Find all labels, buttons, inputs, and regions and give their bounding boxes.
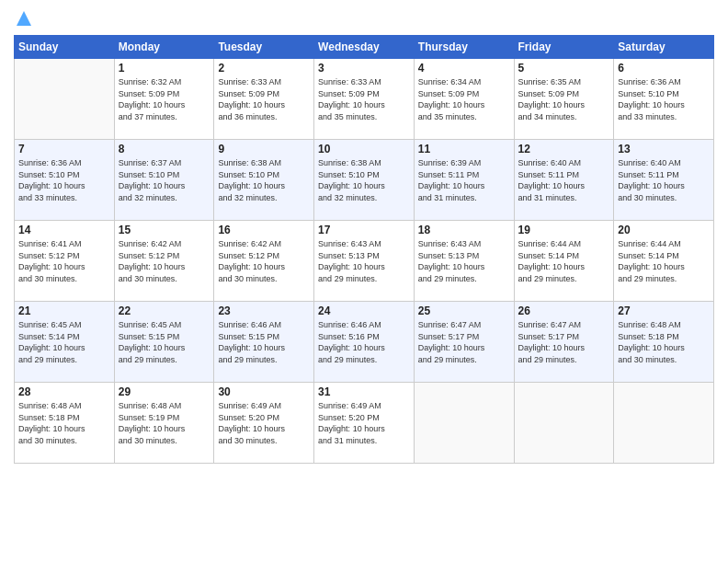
calendar-week-row: 21Sunrise: 6:45 AMSunset: 5:14 PMDayligh…	[15, 302, 714, 383]
day-info: Sunrise: 6:33 AMSunset: 5:09 PMDaylight:…	[218, 76, 310, 122]
day-number: 13	[618, 143, 710, 155]
day-number: 15	[119, 224, 210, 236]
day-info: Sunrise: 6:47 AMSunset: 5:17 PMDaylight:…	[518, 319, 610, 365]
day-info: Sunrise: 6:39 AMSunset: 5:11 PMDaylight:…	[418, 157, 510, 203]
day-header-saturday: Saturday	[614, 36, 714, 59]
calendar-cell: 18Sunrise: 6:43 AMSunset: 5:13 PMDayligh…	[414, 221, 514, 302]
day-number: 18	[418, 224, 510, 236]
day-header-tuesday: Tuesday	[214, 36, 314, 59]
day-info: Sunrise: 6:44 AMSunset: 5:14 PMDaylight:…	[618, 238, 710, 284]
calendar-cell: 23Sunrise: 6:46 AMSunset: 5:15 PMDayligh…	[214, 302, 314, 383]
calendar-cell: 15Sunrise: 6:42 AMSunset: 5:12 PMDayligh…	[114, 221, 214, 302]
day-info: Sunrise: 6:33 AMSunset: 5:09 PMDaylight:…	[318, 76, 410, 122]
day-info: Sunrise: 6:42 AMSunset: 5:12 PMDaylight:…	[119, 238, 210, 284]
calendar-cell: 19Sunrise: 6:44 AMSunset: 5:14 PMDayligh…	[514, 221, 614, 302]
day-info: Sunrise: 6:49 AMSunset: 5:20 PMDaylight:…	[218, 400, 310, 446]
calendar-cell: 4Sunrise: 6:34 AMSunset: 5:09 PMDaylight…	[414, 59, 514, 140]
day-number: 30	[218, 385, 310, 398]
calendar-week-row: 1Sunrise: 6:32 AMSunset: 5:09 PMDaylight…	[15, 59, 714, 140]
calendar-cell: 20Sunrise: 6:44 AMSunset: 5:14 PMDayligh…	[614, 221, 714, 302]
calendar-cell: 3Sunrise: 6:33 AMSunset: 5:09 PMDaylight…	[314, 59, 415, 140]
calendar-week-row: 28Sunrise: 6:48 AMSunset: 5:18 PMDayligh…	[15, 383, 714, 464]
calendar-week-row: 14Sunrise: 6:41 AMSunset: 5:12 PMDayligh…	[15, 221, 714, 302]
day-number: 12	[518, 143, 610, 155]
day-info: Sunrise: 6:47 AMSunset: 5:17 PMDaylight:…	[418, 319, 510, 365]
calendar-cell	[514, 383, 614, 464]
calendar-cell: 14Sunrise: 6:41 AMSunset: 5:12 PMDayligh…	[15, 221, 115, 302]
day-info: Sunrise: 6:36 AMSunset: 5:10 PMDaylight:…	[618, 76, 710, 122]
day-number: 8	[119, 143, 210, 155]
calendar-cell: 5Sunrise: 6:35 AMSunset: 5:09 PMDaylight…	[514, 59, 614, 140]
day-info: Sunrise: 6:42 AMSunset: 5:12 PMDaylight:…	[218, 238, 310, 284]
calendar-cell: 26Sunrise: 6:47 AMSunset: 5:17 PMDayligh…	[514, 302, 614, 383]
calendar-cell: 10Sunrise: 6:38 AMSunset: 5:10 PMDayligh…	[314, 140, 415, 221]
day-number: 6	[618, 62, 710, 75]
calendar-cell: 13Sunrise: 6:40 AMSunset: 5:11 PMDayligh…	[614, 140, 714, 221]
calendar-cell: 28Sunrise: 6:48 AMSunset: 5:18 PMDayligh…	[15, 383, 115, 464]
day-number: 24	[318, 304, 410, 317]
calendar-cell: 16Sunrise: 6:42 AMSunset: 5:12 PMDayligh…	[214, 221, 314, 302]
day-info: Sunrise: 6:40 AMSunset: 5:11 PMDaylight:…	[518, 157, 610, 203]
day-header-thursday: Thursday	[414, 36, 514, 59]
calendar-cell: 27Sunrise: 6:48 AMSunset: 5:18 PMDayligh…	[614, 302, 714, 383]
day-info: Sunrise: 6:35 AMSunset: 5:09 PMDaylight:…	[518, 76, 610, 122]
calendar-cell: 25Sunrise: 6:47 AMSunset: 5:17 PMDayligh…	[414, 302, 514, 383]
day-number: 7	[18, 143, 110, 155]
day-info: Sunrise: 6:38 AMSunset: 5:10 PMDaylight:…	[218, 157, 310, 203]
calendar-header-row: SundayMondayTuesdayWednesdayThursdayFrid…	[15, 36, 714, 59]
calendar-cell	[414, 383, 514, 464]
day-number: 14	[18, 224, 110, 236]
day-info: Sunrise: 6:43 AMSunset: 5:13 PMDaylight:…	[418, 238, 510, 284]
day-number: 22	[119, 304, 210, 317]
day-header-sunday: Sunday	[15, 36, 115, 59]
calendar-week-row: 7Sunrise: 6:36 AMSunset: 5:10 PMDaylight…	[15, 140, 714, 221]
day-number: 25	[418, 304, 510, 317]
day-header-friday: Friday	[514, 36, 614, 59]
day-number: 17	[318, 224, 410, 236]
day-info: Sunrise: 6:41 AMSunset: 5:12 PMDaylight:…	[18, 238, 110, 284]
calendar-cell: 11Sunrise: 6:39 AMSunset: 5:11 PMDayligh…	[414, 140, 514, 221]
day-number: 20	[618, 224, 710, 236]
svg-marker-0	[17, 11, 31, 26]
calendar-cell: 22Sunrise: 6:45 AMSunset: 5:15 PMDayligh…	[114, 302, 214, 383]
day-info: Sunrise: 6:40 AMSunset: 5:11 PMDaylight:…	[618, 157, 710, 203]
calendar-table: SundayMondayTuesdayWednesdayThursdayFrid…	[14, 35, 714, 464]
day-number: 19	[518, 224, 610, 236]
day-number: 29	[119, 385, 210, 398]
day-header-wednesday: Wednesday	[314, 36, 415, 59]
calendar-cell: 30Sunrise: 6:49 AMSunset: 5:20 PMDayligh…	[214, 383, 314, 464]
day-info: Sunrise: 6:45 AMSunset: 5:15 PMDaylight:…	[119, 319, 210, 365]
calendar-page: SundayMondayTuesdayWednesdayThursdayFrid…	[0, 0, 728, 563]
day-number: 27	[618, 304, 710, 317]
calendar-cell: 7Sunrise: 6:36 AMSunset: 5:10 PMDaylight…	[15, 140, 115, 221]
day-info: Sunrise: 6:34 AMSunset: 5:09 PMDaylight:…	[418, 76, 510, 122]
day-number: 4	[418, 62, 510, 75]
calendar-cell: 2Sunrise: 6:33 AMSunset: 5:09 PMDaylight…	[214, 59, 314, 140]
day-info: Sunrise: 6:46 AMSunset: 5:15 PMDaylight:…	[218, 319, 310, 365]
day-info: Sunrise: 6:48 AMSunset: 5:18 PMDaylight:…	[618, 319, 710, 365]
day-number: 11	[418, 143, 510, 155]
day-info: Sunrise: 6:36 AMSunset: 5:10 PMDaylight:…	[18, 157, 110, 203]
calendar-cell: 9Sunrise: 6:38 AMSunset: 5:10 PMDaylight…	[214, 140, 314, 221]
day-info: Sunrise: 6:49 AMSunset: 5:20 PMDaylight:…	[318, 400, 410, 446]
day-number: 28	[18, 385, 110, 398]
day-number: 2	[218, 62, 310, 75]
logo-icon	[15, 9, 33, 28]
day-number: 10	[318, 143, 410, 155]
day-number: 1	[119, 62, 210, 75]
day-header-monday: Monday	[114, 36, 214, 59]
header	[14, 9, 714, 28]
day-info: Sunrise: 6:48 AMSunset: 5:18 PMDaylight:…	[18, 400, 110, 446]
calendar-cell: 1Sunrise: 6:32 AMSunset: 5:09 PMDaylight…	[114, 59, 214, 140]
calendar-cell: 29Sunrise: 6:48 AMSunset: 5:19 PMDayligh…	[114, 383, 214, 464]
day-number: 9	[218, 143, 310, 155]
day-info: Sunrise: 6:48 AMSunset: 5:19 PMDaylight:…	[119, 400, 210, 446]
day-info: Sunrise: 6:43 AMSunset: 5:13 PMDaylight:…	[318, 238, 410, 284]
day-info: Sunrise: 6:37 AMSunset: 5:10 PMDaylight:…	[119, 157, 210, 203]
day-number: 16	[218, 224, 310, 236]
day-number: 3	[318, 62, 410, 75]
calendar-cell	[15, 59, 115, 140]
calendar-cell: 21Sunrise: 6:45 AMSunset: 5:14 PMDayligh…	[15, 302, 115, 383]
calendar-cell: 31Sunrise: 6:49 AMSunset: 5:20 PMDayligh…	[314, 383, 415, 464]
calendar-cell: 24Sunrise: 6:46 AMSunset: 5:16 PMDayligh…	[314, 302, 415, 383]
